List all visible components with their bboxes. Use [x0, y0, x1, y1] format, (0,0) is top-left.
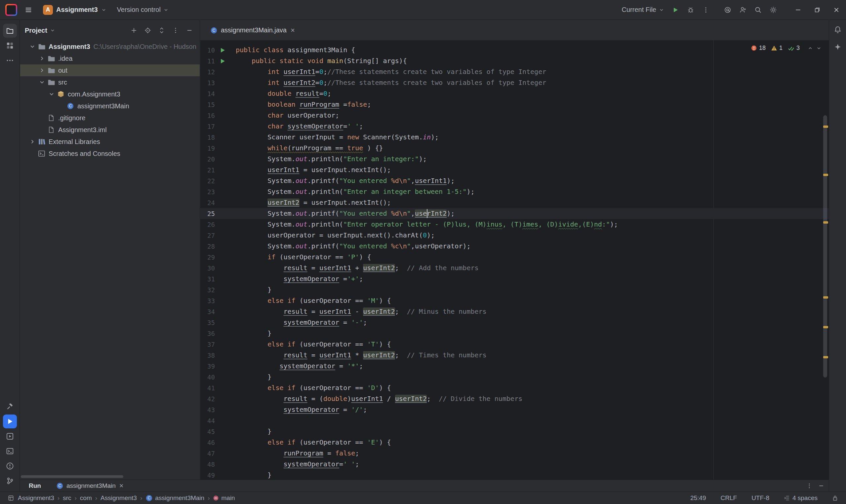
code-line-21[interactable]: 21 userInt1 = userInput.nextInt(); — [200, 164, 829, 175]
code-line-15[interactable]: 15 boolean runProgram =false; — [200, 99, 829, 110]
file-encoding[interactable]: UTF-8 — [752, 494, 769, 502]
line-separator[interactable]: CRLF — [721, 494, 737, 502]
code-line-36[interactable]: 36 } — [200, 328, 829, 339]
tree-chevron-icon[interactable] — [38, 67, 46, 74]
code-line-41[interactable]: 41 else if (userOperator == 'D') { — [200, 382, 829, 393]
version-control-tool-button[interactable] — [3, 474, 17, 488]
breadcrumb-assignment3main[interactable]: Cassignment3Main — [145, 494, 204, 502]
code-line-28[interactable]: 28 System.out.printf("You entered %c\n",… — [200, 241, 829, 252]
tree-item-external-libraries[interactable]: External Libraries — [20, 136, 200, 148]
code-line-45[interactable]: 45 } — [200, 426, 829, 437]
notifications-button[interactable] — [831, 23, 844, 36]
code-line-46[interactable]: 46 else if (userOperator == 'E') { — [200, 437, 829, 448]
tree-item-assignment3-iml[interactable]: Assignment3.iml — [20, 124, 200, 136]
services-tool-button[interactable] — [3, 429, 17, 443]
run-line-10-icon[interactable] — [215, 47, 230, 54]
hide-panel-icon[interactable] — [184, 25, 195, 36]
editor-scrollbar[interactable] — [823, 115, 827, 378]
tab-close-icon[interactable]: × — [291, 27, 295, 34]
chevron-down-icon[interactable] — [50, 28, 55, 33]
version-control-widget[interactable]: Version control — [115, 3, 171, 17]
code-line-40[interactable]: 40 } — [200, 372, 829, 382]
tree-chevron-icon[interactable] — [38, 55, 46, 62]
code-line-43[interactable]: 43 systemOperator = '/'; — [200, 404, 829, 415]
tree-item--idea[interactable]: .idea — [20, 53, 200, 65]
code-line-47[interactable]: 47 runProgram = false; — [200, 448, 829, 459]
ai-assistant-button[interactable] — [831, 41, 844, 53]
code-line-49[interactable]: 49 } — [200, 470, 829, 480]
caret-position[interactable]: 25:49 — [690, 494, 706, 502]
tree-item--gitignore[interactable]: .gitignore — [20, 112, 200, 124]
editor-tab-assignment3main[interactable]: C assignment3Main.java × — [205, 20, 300, 40]
tree-item-src[interactable]: src — [20, 76, 200, 88]
code-line-27[interactable]: 27 userOperator = userInput.next().charA… — [200, 230, 829, 241]
code-line-39[interactable]: 39 systemOperator = '*'; — [200, 361, 829, 372]
breadcrumb-assignment3[interactable]: Assignment3 — [101, 494, 137, 502]
restore-window-button[interactable] — [808, 0, 827, 20]
search-everywhere-button[interactable] — [752, 3, 765, 17]
code-line-25[interactable]: 25 System.out.printf("You entered %d\n",… — [200, 208, 829, 219]
problems-tool-button[interactable] — [3, 459, 17, 473]
previous-problem-icon[interactable] — [808, 46, 813, 51]
passed-count[interactable]: 3 — [788, 44, 800, 52]
run-options-kebab-icon[interactable] — [806, 483, 812, 489]
run-tool-button[interactable] — [3, 414, 17, 428]
tree-item-assignment3main[interactable]: Cassignment3Main — [20, 100, 200, 112]
code-line-14[interactable]: 14 double result=0; — [200, 88, 829, 99]
code-line-17[interactable]: 17 char systemOperator=' '; — [200, 121, 829, 132]
code-line-29[interactable]: 29 if (userOperator == 'P') { — [200, 252, 829, 263]
code-line-42[interactable]: 42 result = (double)userInt1 / userInt2;… — [200, 393, 829, 404]
code-line-33[interactable]: 33 else if (userOperator == 'M') { — [200, 295, 829, 306]
code-line-16[interactable]: 16 char userOperator; — [200, 110, 829, 121]
invite-user-button[interactable] — [736, 3, 749, 17]
more-actions-button[interactable] — [699, 3, 712, 17]
code-line-18[interactable]: 18 Scanner userInput = new Scanner(Syste… — [200, 132, 829, 143]
run-configuration-selector[interactable]: Current File — [619, 3, 667, 17]
minimize-window-button[interactable] — [789, 0, 808, 20]
code-line-31[interactable]: 31 systemOperator ='+'; — [200, 273, 829, 284]
code-line-37[interactable]: 37 else if (userOperator == 'T') { — [200, 339, 829, 350]
run-panel-title[interactable]: Run — [29, 482, 41, 489]
code-line-11[interactable]: 11 public static void main(String[] args… — [200, 55, 829, 66]
locate-file-icon[interactable] — [142, 25, 153, 36]
run-button[interactable] — [669, 3, 682, 17]
run-line-11-icon[interactable] — [215, 58, 230, 65]
code-line-26[interactable]: 26 System.out.println("Enter operator le… — [200, 219, 829, 230]
code-line-19[interactable]: 19 while(runProgram == true ) {} — [200, 143, 829, 154]
code-line-24[interactable]: 24 userInt2 = userInput.nextInt(); — [200, 197, 829, 208]
code-line-32[interactable]: 32 } — [200, 284, 829, 295]
code-line-20[interactable]: 20 System.out.println("Enter an integer:… — [200, 154, 829, 164]
run-tab-close-icon[interactable]: × — [119, 482, 124, 489]
tree-chevron-icon[interactable] — [28, 138, 37, 145]
run-tab-assignment3main[interactable]: C assignment3Main × — [56, 482, 124, 489]
code-line-30[interactable]: 30 result = userInt1 + userInt2; // Add … — [200, 263, 829, 273]
add-icon[interactable] — [128, 25, 139, 36]
settings-button[interactable] — [767, 3, 780, 17]
code-line-23[interactable]: 23 System.out.println("Enter an integer … — [200, 186, 829, 197]
code-line-48[interactable]: 48 systemOperator=' '; — [200, 459, 829, 470]
tree-item-out[interactable]: out — [20, 65, 200, 76]
breadcrumb-main[interactable]: mmain — [213, 494, 235, 502]
horizontal-scrollbar[interactable] — [21, 475, 123, 478]
tree-item-scratches-and-consoles[interactable]: Scratches and Consoles — [20, 148, 200, 160]
indent-setting[interactable]: 4 spaces — [784, 494, 817, 502]
expand-collapse-icon[interactable] — [156, 25, 167, 36]
debug-button[interactable] — [684, 3, 697, 17]
tree-item-assignment3[interactable]: Assignment3C:\Users\rapha\OneDrive - Hud… — [20, 41, 200, 53]
code-line-12[interactable]: 12 int userInt1=0;//These statements cre… — [200, 66, 829, 77]
main-menu-button[interactable] — [22, 3, 35, 17]
close-window-button[interactable] — [827, 0, 846, 20]
code-editor[interactable]: 18 1 3 10public class assignment3Main {1… — [200, 41, 829, 480]
window-icon[interactable] — [8, 495, 14, 501]
code-line-10[interactable]: 10public class assignment3Main { — [200, 44, 829, 55]
next-problem-icon[interactable] — [816, 46, 822, 51]
run-hide-icon[interactable] — [818, 483, 824, 489]
code-line-13[interactable]: 13 int userInt2=0;//These statements cre… — [200, 77, 829, 88]
code-line-22[interactable]: 22 System.out.printf("You entered %d\n",… — [200, 175, 829, 186]
code-line-35[interactable]: 35 systemOperator = '-'; — [200, 317, 829, 328]
breadcrumb-assignment3[interactable]: Assignment3 — [18, 494, 54, 502]
error-count[interactable]: 18 — [751, 44, 766, 52]
options-kebab-icon[interactable] — [170, 25, 181, 36]
tree-chevron-icon[interactable] — [28, 43, 37, 50]
project-tool-button[interactable] — [3, 24, 17, 38]
